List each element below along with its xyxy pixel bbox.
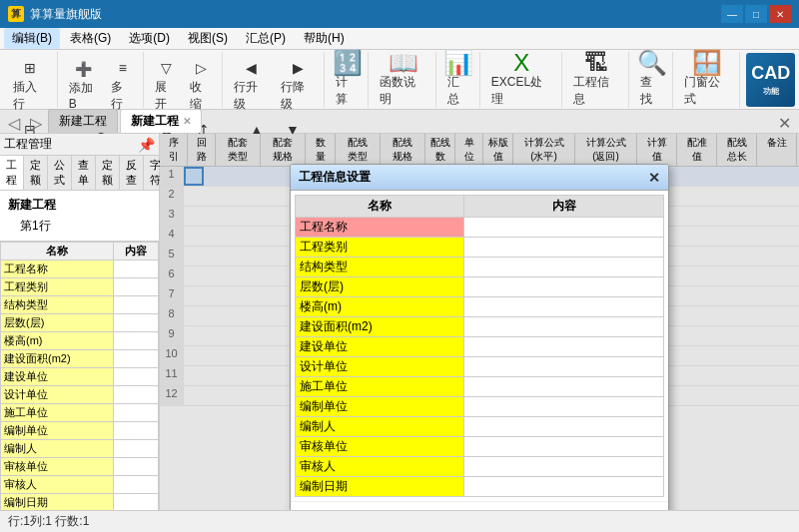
level-down-button[interactable]: ▶ 行降级 [276,54,321,116]
dialog-name-cell: 建设面积(m2) [296,317,464,337]
tb-row-add: ➕ 添加B ≡ 多行 [64,54,140,116]
multirow-button[interactable]: ≡ 多行 [106,54,139,116]
menu-summary[interactable]: 汇总(P) [238,28,294,49]
maximize-button[interactable]: □ [745,5,767,23]
find-button[interactable]: 🔍 查找 [635,54,668,106]
nav-right-button[interactable]: ▷ [26,114,46,133]
summary-icon: 📊 [447,52,469,74]
info-content-cell[interactable] [114,386,159,404]
dialog-close-button[interactable]: ✕ [648,170,660,186]
info-content-cell[interactable] [114,296,159,314]
dialog-content-cell[interactable] [464,437,664,457]
expand-icon: ▽ [156,57,178,79]
dialog-content-cell[interactable] [464,377,664,397]
wformula-icon: 🪟 [696,52,718,74]
dialog-name-cell: 层数(层) [296,277,464,297]
dialog-content-cell[interactable] [464,417,664,437]
info-table-row: 工程名称 [1,261,159,278]
dialog-table-row: 编制人 [296,417,664,437]
dialog-content-cell[interactable] [464,218,664,238]
menu-help[interactable]: 帮助(H) [296,28,353,49]
dialog-title: 工程信息设置 ✕ [291,165,668,191]
funchelp-icon: 📖 [393,52,414,74]
dialog-title-text: 工程信息设置 [299,169,371,186]
toolbar-group-expand: ▽ 展开 ▷ 收缩 ⇊ 全展 ⇈ 全缩 [146,52,223,108]
panel-tab-project[interactable]: 工程 [0,156,24,190]
menu-edit[interactable]: 编辑(B) [4,28,60,49]
tab-close-button[interactable]: ✕ [183,116,191,127]
info-content-cell[interactable] [114,368,159,386]
minimize-button[interactable]: — [721,5,743,23]
info-table-row: 建设单位 [1,368,159,386]
info-content-cell[interactable] [114,458,159,476]
menu-view[interactable]: 视图(S) [180,28,236,49]
info-content-cell[interactable] [114,494,159,511]
info-content-cell[interactable] [114,332,159,350]
level-up-button[interactable]: ◀ 行升级 [229,54,274,116]
dialog-col-content: 内容 [464,196,664,218]
projinfo-button[interactable]: 🏗 工程信息 [568,54,624,106]
panel-tab-quota[interactable]: 定额 [24,156,48,190]
dialog-content-cell[interactable] [464,457,664,477]
info-content-cell[interactable] [114,404,159,422]
summary-button[interactable]: 📊 汇总 [442,54,475,106]
tab-project2[interactable]: 新建工程 ✕ [120,109,202,133]
add-button[interactable]: ➕ 添加B [64,55,105,114]
close-button[interactable]: ✕ [769,5,791,23]
info-col-content: 内容 [114,243,159,261]
status-text: 行:1列:1 行数:1 [8,513,89,530]
info-name-cell: 审核人 [1,476,114,494]
panel-tab-bill[interactable]: 查单 [72,156,96,190]
panel-pin-button[interactable]: 📌 [138,137,155,153]
dialog-name-cell: 楼高(m) [296,297,464,317]
tab-project1[interactable]: 新建工程 [48,109,118,133]
dialog-content-cell[interactable] [464,397,664,417]
info-content-cell[interactable] [114,314,159,332]
panel-close-button[interactable]: ✕ [774,114,795,133]
insert-row-button[interactable]: ⊞ 插入行 [8,54,53,116]
wformula-button[interactable]: 🪟 门窗公式 [679,54,735,106]
collapse-button[interactable]: ▷ 收缩 [185,54,218,116]
info-name-cell: 工程名称 [1,261,114,278]
panel-tab-quota2[interactable]: 定额 [96,156,120,190]
projinfo-icon: 🏗 [585,52,607,74]
menu-options[interactable]: 选项(D) [121,28,178,49]
expand-button[interactable]: ▽ 展开 [150,54,183,116]
excel-button[interactable]: X EXCEL处理 [486,54,557,106]
dialog-content-cell[interactable] [464,297,664,317]
dialog-content-cell[interactable] [464,238,664,258]
dialog-content-cell[interactable] [464,258,664,277]
info-content-cell[interactable] [114,476,159,494]
nav-left-button[interactable]: ◁ [4,114,24,133]
toolbar-group-calc: 🔢 计算 [327,52,369,108]
dialog-content-cell[interactable] [464,317,664,337]
info-content-cell[interactable] [114,261,159,278]
info-content-cell[interactable] [114,350,159,368]
panel-tab-reverse[interactable]: 反查 [120,156,144,190]
dialog-table-row: 编制日期 [296,477,664,497]
dialog-name-cell: 结构类型 [296,258,464,277]
dialog-content-cell[interactable] [464,277,664,297]
calculate-button[interactable]: 🔢 计算 [331,54,364,106]
multirow-icon: ≡ [112,57,134,79]
cad-badge[interactable]: CAD 功能 [746,53,795,107]
dialog-table-row: 工程名称 [296,218,664,238]
info-name-cell: 编制单位 [1,422,114,440]
dialog-content-cell[interactable] [464,337,664,357]
info-content-cell[interactable] [114,440,159,458]
info-content-cell[interactable] [114,278,159,296]
funchelp-button[interactable]: 📖 函数说明 [375,54,430,106]
tree-item-row1[interactable]: 第1行 [0,216,159,237]
panel-tab-formula[interactable]: 公式 [48,156,72,190]
tree-item-project[interactable]: 新建工程 [0,195,159,216]
info-name-cell: 施工单位 [1,404,114,422]
toolbar-group-add: ➕ 添加B ≡ 多行 ↻ 刷新级别 [60,52,145,108]
menu-table[interactable]: 表格(G) [62,28,119,49]
dialog-content-cell[interactable] [464,357,664,377]
toolbar: ⊞ 插入行 ⊟ 删除行 ➕ 添加B ≡ 多行 ↻ 刷新级别 ▽ [0,50,799,110]
info-content-cell[interactable] [114,422,159,440]
dialog-content-cell[interactable] [464,477,664,497]
dialog-col-name: 名称 [296,196,464,218]
dialog-overlay: 工程信息设置 ✕ 名称 内容 工程名称工程类别结构类型层数(层)楼高(m)建设面… [160,134,799,510]
window-controls[interactable]: — □ ✕ [721,5,791,23]
